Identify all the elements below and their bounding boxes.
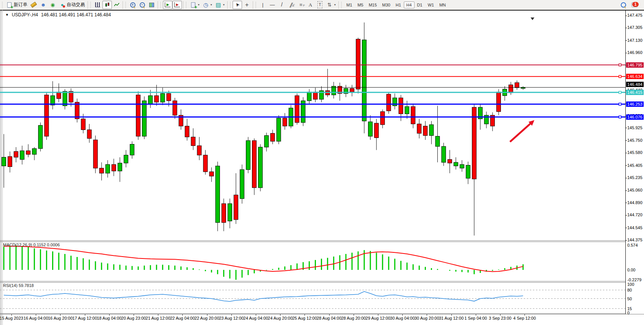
- price-tick: [625, 215, 627, 216]
- timeframe-m15[interactable]: M15: [366, 2, 379, 8]
- price-line-label: 146.634: [626, 74, 644, 79]
- price-tick-label: 146.960: [627, 50, 642, 55]
- time-axis-label: 16 Aug 04:00: [24, 316, 48, 320]
- time-axis-label: 3 Sep 23:00: [489, 316, 511, 320]
- time-axis-label: 16 Aug 20:00: [48, 316, 73, 320]
- chevron-down-icon[interactable]: ▾: [223, 3, 225, 6]
- crosshair-button[interactable]: +: [242, 1, 252, 9]
- toolbar-group: |—/∥E≡FAT⇅▾: [258, 0, 337, 10]
- timeframe-m5[interactable]: M5: [355, 2, 366, 8]
- toolbar-group: [93, 0, 121, 10]
- template-icon: ▨: [215, 2, 222, 8]
- timeframe-m30[interactable]: M30: [379, 2, 393, 8]
- toolbar-separator: [253, 1, 253, 9]
- toolbar-separator: [183, 1, 183, 9]
- time-axis-label: 1 Sep 04:00: [464, 316, 487, 320]
- time-tick: [60, 314, 61, 315]
- price-tick-label: 145.060: [627, 188, 642, 192]
- time-axis-label: 23 Aug 12:00: [219, 316, 244, 320]
- horizontal-line-button[interactable]: —: [268, 1, 277, 9]
- auto-scroll-button[interactable]: ▶: [163, 1, 172, 9]
- chevron-down-icon[interactable]: ▾: [210, 3, 212, 6]
- auto-trading-label: 自动交易: [67, 2, 85, 8]
- price-tick: [625, 28, 627, 28]
- toolbar-grip[interactable]: [90, 2, 92, 8]
- community-button[interactable]: ☻: [38, 1, 48, 9]
- timeframe-h1[interactable]: H1: [393, 2, 403, 8]
- price-line-label: 146.076: [626, 114, 644, 120]
- toolbar-grip[interactable]: [125, 2, 127, 8]
- time-tick: [11, 314, 12, 315]
- rsi-scale-label: 100: [627, 282, 634, 287]
- time-axis-label: 30 Aug 20:00: [414, 316, 439, 320]
- equidistant-channel-button[interactable]: ∥E: [287, 1, 296, 9]
- vertical-line-button[interactable]: |: [258, 1, 268, 9]
- time-axis-label: 18 Aug 04:00: [97, 316, 121, 320]
- time-axis-label: 29 Aug 12:00: [366, 316, 391, 320]
- candlestick-chart-button[interactable]: [102, 1, 112, 9]
- toolbar-group: +▾◷▾▨▾: [188, 0, 226, 10]
- time-tick: [354, 314, 354, 315]
- new-order-icon: +: [6, 2, 13, 8]
- text-label-button[interactable]: T: [315, 1, 325, 9]
- time-tick: [85, 314, 85, 315]
- timeframe-d1[interactable]: D1: [414, 2, 425, 8]
- search-icon[interactable]: [620, 2, 626, 8]
- time-axis-border: [0, 314, 644, 314]
- price-tick: [625, 178, 627, 178]
- chevron-down-icon[interactable]: ▾: [334, 3, 336, 6]
- arrows-button[interactable]: ⇅▾: [325, 1, 337, 9]
- tile-windows-button[interactable]: [147, 1, 156, 9]
- time-axis-label: 31 Aug 12:00: [439, 316, 464, 320]
- auto-trading-button[interactable]: ●自动交易: [57, 1, 86, 9]
- timeframe-h4[interactable]: H4: [404, 2, 414, 8]
- line-chart-button[interactable]: [112, 1, 121, 9]
- trendline-button[interactable]: /: [277, 1, 287, 9]
- trendline-icon: /: [279, 2, 285, 8]
- indicators-button[interactable]: +▾: [188, 1, 201, 9]
- rsi-indicator-label: RSI(14) 59.7818: [3, 283, 34, 288]
- zoom-out-button[interactable]: −: [137, 1, 147, 9]
- periods-button[interactable]: ◷▾: [201, 1, 214, 9]
- toolbar-grip[interactable]: [255, 2, 257, 8]
- autotrading-icon: ●: [59, 2, 65, 8]
- templates-button[interactable]: ▨▾: [214, 1, 226, 9]
- text-button[interactable]: A: [306, 1, 315, 9]
- toolbar-grip[interactable]: [186, 2, 188, 8]
- timeframe-mn[interactable]: MN: [437, 2, 448, 8]
- macd-scale-label: -0.2279: [627, 277, 641, 282]
- chevron-down-icon[interactable]: ▾: [198, 3, 199, 6]
- signal-icon: ◉: [49, 2, 56, 8]
- new-order-button[interactable]: +新订单: [5, 1, 29, 9]
- toolbar-grip[interactable]: [2, 2, 4, 8]
- auto-scroll-icon: ▶: [164, 2, 171, 8]
- price-tick: [625, 140, 627, 141]
- price-tick-label: 145.925: [627, 125, 642, 130]
- time-axis-label: 30 Aug 04:00: [390, 316, 415, 320]
- cursor-button[interactable]: ➤: [233, 1, 242, 9]
- time-tick: [134, 314, 134, 315]
- down-triangle-icon[interactable]: ▼: [5, 13, 9, 17]
- signals-button[interactable]: ◉: [48, 1, 57, 9]
- arrows-icon: ⇅: [326, 2, 333, 8]
- zoom-in-icon: +: [129, 2, 136, 8]
- price-tick-label: 147.130: [627, 38, 642, 43]
- zoom-in-button[interactable]: +: [128, 1, 137, 9]
- time-axis-label: 25 Aug 12:00: [292, 316, 317, 320]
- chat-icon[interactable]: 1: [630, 2, 639, 8]
- timeframe-m1[interactable]: M1: [344, 2, 355, 8]
- chart-symbol-period: USDJPY-,H4: [12, 12, 38, 17]
- toolbar-grip[interactable]: [160, 2, 162, 8]
- chart-shift-button[interactable]: ▶: [172, 1, 182, 9]
- fibonacci-button[interactable]: ≡F: [296, 1, 306, 9]
- price-tick: [625, 203, 627, 203]
- bar-chart-button[interactable]: [93, 1, 102, 9]
- crosshair-icon: +: [244, 2, 250, 8]
- chart-window: [0, 10, 644, 325]
- styler-button[interactable]: [29, 1, 38, 9]
- price-tick-label: 145.405: [627, 163, 642, 168]
- timeframe-w1[interactable]: W1: [425, 2, 437, 8]
- toolbar-grip[interactable]: [230, 2, 232, 8]
- time-axis-label: 22 Aug 20:00: [194, 316, 219, 320]
- toolbar-grip[interactable]: [341, 2, 343, 8]
